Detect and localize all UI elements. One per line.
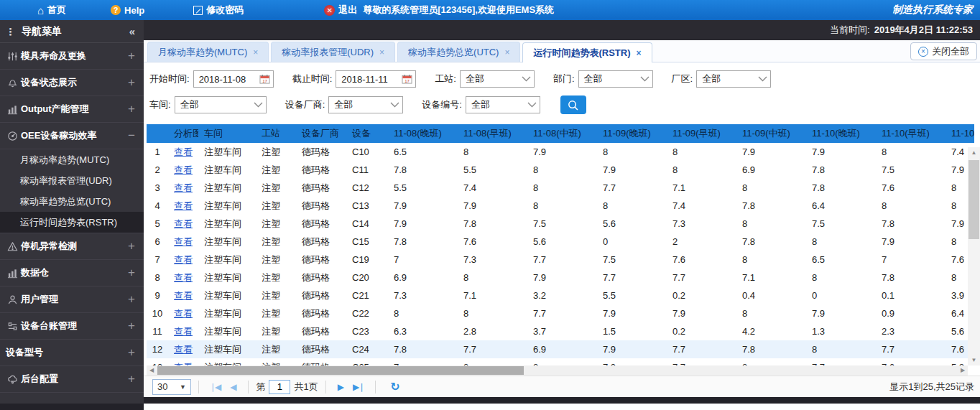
table-row[interactable]: 6查看注塑车间注塑德玛格C157.87.65.6027.887.98 <box>147 233 974 251</box>
table-row[interactable]: 7查看注塑车间注塑德玛格C1977.37.77.57.686.577.6 <box>147 251 974 269</box>
column-header: 11-08(中班) <box>527 124 597 143</box>
logout-button[interactable]: ✕ 退出 <box>324 4 357 17</box>
dropdown-select[interactable]: 全部 <box>460 70 535 88</box>
view-link[interactable]: 查看 <box>174 308 193 319</box>
table-row[interactable]: 3查看注塑车间注塑德玛格C125.57.487.77.187.87.68 <box>147 179 974 197</box>
view-link[interactable]: 查看 <box>174 254 193 265</box>
table-row[interactable]: 5查看注塑车间注塑德玛格C147.97.87.55.67.387.57.87.9 <box>147 215 974 233</box>
date-input[interactable]: 2018-11-0817 <box>193 70 274 88</box>
first-page-button[interactable]: ∣◀ <box>211 382 221 392</box>
tab-close-icon[interactable]: × <box>253 47 258 57</box>
table-row[interactable]: 2查看注塑车间注塑德玛格C117.85.587.986.97.87.57.9 <box>147 161 974 179</box>
sidebar-item-data-warehouse[interactable]: 数据仓+ <box>0 260 144 286</box>
dropdown-select[interactable]: 全部 <box>466 96 540 113</box>
expand-icon[interactable]: + <box>128 372 135 386</box>
value-cell: 7.8 <box>388 340 458 358</box>
home-button[interactable]: ⌂ 首页 <box>37 4 66 17</box>
view-link[interactable]: 查看 <box>174 236 193 247</box>
value-cell: 2 <box>667 233 736 251</box>
horizontal-scrollbar[interactable]: ◀ ▶ <box>147 365 968 376</box>
collapse-sidebar-icon[interactable]: « <box>129 25 135 37</box>
vertical-scrollbar[interactable]: ▲ ▼ <box>968 147 980 365</box>
scroll-left-icon[interactable]: ◀ <box>147 365 157 376</box>
help-button[interactable]: ? Help <box>111 5 144 16</box>
change-password-button[interactable]: 修改密码 <box>193 4 244 17</box>
workshop-cell: 注塑车间 <box>198 251 256 269</box>
submenu-item[interactable]: 月稼动率趋势(MUTC) <box>0 149 144 170</box>
sidebar-item-user-mgmt[interactable]: 用户管理+ <box>0 286 144 313</box>
view-link[interactable]: 查看 <box>174 182 193 193</box>
view-link[interactable]: 查看 <box>174 272 193 283</box>
tab-close-icon[interactable]: × <box>379 47 384 57</box>
table-row[interactable]: 12查看注塑车间注塑德玛格C247.87.76.97.97.77.887.77.… <box>147 340 974 358</box>
view-link[interactable]: 查看 <box>174 326 193 337</box>
submenu-oee: 月稼动率趋势(MUTC)稼动率报表管理(UDR)稼动率趋势总览(UTC)运行时间… <box>0 149 144 233</box>
value-cell: 7.9 <box>876 233 946 251</box>
expand-icon[interactable]: + <box>128 319 135 333</box>
navigation-sidebar: ⋮ 导航菜单 « 模具寿命及更换+设备状态展示+Output产能管理+OEE设备… <box>0 20 144 404</box>
page-number-input[interactable] <box>269 380 290 394</box>
sidebar-item-output[interactable]: Output产能管理+ <box>0 96 144 123</box>
expand-icon[interactable]: + <box>128 75 135 90</box>
sidebar-item-mold-life[interactable]: 模具寿命及更换+ <box>0 43 144 70</box>
last-page-button[interactable]: ▶∣ <box>353 382 364 392</box>
page-size-select[interactable]: 30 ▼ <box>152 379 191 395</box>
search-button[interactable] <box>560 95 586 114</box>
value-cell: 7.8 <box>876 215 946 233</box>
expand-icon[interactable]: + <box>128 49 135 63</box>
view-link[interactable]: 查看 <box>174 200 193 211</box>
view-link[interactable]: 查看 <box>174 146 193 157</box>
table-row[interactable]: 9查看注塑车间注塑德玛格C217.37.13.25.50.20.400.13.9 <box>147 286 974 304</box>
sidebar-item-label: 数据仓 <box>21 266 128 279</box>
scroll-down-icon[interactable]: ▼ <box>968 355 980 365</box>
view-link[interactable]: 查看 <box>174 218 193 229</box>
svg-text:17: 17 <box>262 79 267 83</box>
expand-icon[interactable]: + <box>128 292 135 307</box>
close-all-tabs-button[interactable]: × 关闭全部 <box>910 42 977 60</box>
prev-page-button[interactable]: ◀ <box>230 382 236 392</box>
scroll-right-icon[interactable]: ▶ <box>958 365 968 376</box>
main-content: 当前时间: 2019年4月2日 11:22:53 月稼动率趋势(MUTC)×稼动… <box>144 20 980 404</box>
tab-close-icon[interactable]: × <box>504 47 509 57</box>
table-row[interactable]: 1查看注塑车间注塑德玛格C106.587.9887.97.987.4 <box>147 143 974 161</box>
expand-icon[interactable]: + <box>128 239 135 253</box>
submenu-item[interactable]: 稼动率报表管理(UDR) <box>0 170 144 191</box>
value-cell: 7.1 <box>736 269 806 286</box>
expand-icon[interactable]: + <box>128 345 135 360</box>
date-input[interactable]: 2018-11-1117 <box>336 70 416 88</box>
table-row[interactable]: 11查看注塑车间注塑德玛格C236.32.83.71.50.24.21.32.3… <box>147 322 974 340</box>
dropdown-select[interactable]: 全部 <box>175 96 267 113</box>
sidebar-item-device-status[interactable]: 设备状态展示+ <box>0 70 144 96</box>
sidebar-item-downtime[interactable]: 停机异常检测+ <box>0 233 144 260</box>
submenu-item[interactable]: 稼动率趋势总览(UTC) <box>0 191 144 212</box>
vertical-scroll-thumb[interactable] <box>969 160 979 239</box>
table-row[interactable]: 8查看注塑车间注塑德玛格C206.987.97.77.77.187.88 <box>147 269 974 286</box>
expand-icon[interactable]: + <box>128 102 135 116</box>
tab-active[interactable]: 运行时间趋势表(RSTR)× <box>522 42 652 62</box>
refresh-icon[interactable]: ↻ <box>390 380 399 393</box>
value-cell: 7.7 <box>597 179 667 197</box>
tab-close-icon[interactable]: × <box>637 48 642 58</box>
tab-inactive[interactable]: 月稼动率趋势(MUTC)× <box>147 42 269 62</box>
sidebar-item-device-ledger[interactable]: 设备台账管理+ <box>0 313 144 340</box>
table-row[interactable]: 4查看注塑车间注塑德玛格C137.97.9887.47.86.488 <box>147 197 974 215</box>
horizontal-scroll-thumb[interactable] <box>157 366 524 375</box>
view-link[interactable]: 查看 <box>174 164 193 175</box>
table-row[interactable]: 10查看注塑车间注塑德玛格C22887.77.97.987.90.96.4 <box>147 304 974 322</box>
sidebar-item-device-model[interactable]: 设备型号+ <box>0 340 144 366</box>
view-link[interactable]: 查看 <box>174 290 193 301</box>
submenu-item[interactable]: 运行时间趋势表(RSTR) <box>0 212 144 233</box>
collapse-icon[interactable]: − <box>128 129 135 143</box>
view-link[interactable]: 查看 <box>174 344 193 355</box>
dropdown-select[interactable]: 全部 <box>578 70 653 88</box>
next-page-button[interactable]: ▶ <box>338 382 344 392</box>
tab-inactive[interactable]: 稼动率报表管理(UDR)× <box>271 42 395 62</box>
value-cell: 7.7 <box>667 269 736 286</box>
scroll-up-icon[interactable]: ▲ <box>968 147 980 158</box>
expand-icon[interactable]: + <box>128 266 135 280</box>
sidebar-item-oee[interactable]: OEE设备稼动效率− <box>0 123 144 149</box>
sidebar-item-backend-config[interactable]: 后台配置+ <box>0 366 144 393</box>
tab-inactive[interactable]: 稼动率趋势总览(UTC)× <box>397 42 520 62</box>
dropdown-select[interactable]: 全部 <box>328 96 403 113</box>
dropdown-select[interactable]: 全部 <box>696 70 771 88</box>
